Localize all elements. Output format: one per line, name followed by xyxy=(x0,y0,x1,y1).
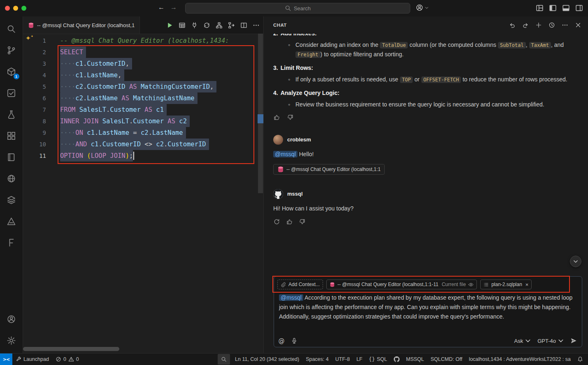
status-eol[interactable]: LF xyxy=(353,353,366,365)
activity-item-remote-explorer[interactable]: 1 xyxy=(2,61,21,82)
status-notifications[interactable] xyxy=(574,353,586,365)
minimize-window-button[interactable] xyxy=(13,6,18,11)
chevron-down-icon xyxy=(425,6,429,10)
maximize-window-button[interactable] xyxy=(21,6,26,11)
grid-layout-icon xyxy=(536,4,544,12)
forward-button[interactable]: → xyxy=(170,4,177,11)
chat-input-text[interactable]: @mssql According to the execution plan s… xyxy=(274,291,582,321)
unhelpful-button[interactable] xyxy=(287,114,294,121)
editor-vertical-scrollbar[interactable] xyxy=(258,34,263,346)
close-window-button[interactable] xyxy=(5,6,10,11)
new-chat-icon xyxy=(535,22,542,28)
toggle-panel-right-button[interactable] xyxy=(575,4,583,12)
model-label: GPT-4o xyxy=(537,338,556,344)
chat-undo-button[interactable] xyxy=(508,21,516,29)
code-editor[interactable]: 1 -- @mssql Chat Query Editor (localhost… xyxy=(23,34,258,346)
status-sqlcmd[interactable]: SQLCMD: Off xyxy=(428,353,466,365)
status-copilot[interactable] xyxy=(390,353,403,365)
activity-item-notebooks[interactable] xyxy=(2,146,21,168)
chat-more-button[interactable] xyxy=(561,21,569,29)
attachment-chip[interactable]: -- @mssql Chat Query Editor (localhost,1… xyxy=(273,164,385,175)
message-text: Hi! How can I assist you today? xyxy=(273,204,577,213)
command-center-search[interactable]: Search xyxy=(185,3,410,14)
activity-item-settings[interactable] xyxy=(2,330,21,351)
status-language-mode[interactable]: {}SQL xyxy=(366,353,390,365)
chat-thread[interactable]: 2. Add Indexes: ◦Consider adding an inde… xyxy=(264,34,588,269)
chat-new-chat-button[interactable] xyxy=(535,21,543,29)
activity-item-search[interactable] xyxy=(2,18,21,39)
activity-item-accounts[interactable] xyxy=(2,308,21,330)
activity-item-azure[interactable] xyxy=(2,210,21,232)
activity-item-extensions[interactable] xyxy=(2,125,21,146)
status-launchpad[interactable]: Launchpad xyxy=(12,353,52,365)
mention-context-button[interactable]: @ xyxy=(278,337,285,344)
context-chip-plan-context[interactable]: plan-2.sqlplan× xyxy=(480,280,532,289)
chat-close-button[interactable] xyxy=(574,21,582,29)
chat-input-toolbar: @ Ask GPT-4o xyxy=(278,337,577,344)
line-number: 5 xyxy=(23,81,60,92)
chip-label: plan-2.sqlplan xyxy=(491,282,522,287)
change-connection-button[interactable] xyxy=(201,20,212,31)
results-grid-button[interactable] xyxy=(177,20,188,31)
split-editor-button[interactable] xyxy=(238,20,249,31)
run-query-button[interactable] xyxy=(164,20,175,31)
chat-redo-button[interactable] xyxy=(521,21,530,29)
status-encoding[interactable]: UTF-8 xyxy=(332,353,353,365)
helpful-button[interactable] xyxy=(273,114,280,121)
scroll-to-bottom-button[interactable] xyxy=(570,256,581,267)
code-line: 10 ····AND c1.CustomerID <> c2.CustomerI… xyxy=(23,139,258,150)
search-icon xyxy=(7,24,16,34)
mention-chip[interactable]: @mssql xyxy=(279,294,303,301)
chat-mode-dropdown[interactable]: Ask xyxy=(514,337,532,344)
status-problems[interactable]: 00 xyxy=(52,353,82,365)
results-grid-icon xyxy=(179,22,186,29)
status-indentation[interactable]: Spaces: 4 xyxy=(302,353,332,365)
editor-horizontal-scrollbar[interactable] xyxy=(23,347,119,351)
activity-item-object-explorer[interactable] xyxy=(2,189,21,210)
status-mssql-provider[interactable]: MSSQL xyxy=(403,353,428,365)
helpful-button[interactable] xyxy=(286,218,293,225)
activity-item-source-control[interactable] xyxy=(2,39,21,61)
status-zoom[interactable] xyxy=(218,354,230,365)
tab-title: -- @mssql Chat Query Editor (localhost,1 xyxy=(37,22,135,28)
chat-input-container[interactable]: Add Context...-- @mssql Chat Query Edito… xyxy=(274,276,582,347)
estimated-plan-button[interactable] xyxy=(214,20,225,31)
voice-input-button[interactable] xyxy=(291,337,297,344)
activity-item-testing[interactable] xyxy=(2,82,21,104)
remove-chip-button[interactable]: × xyxy=(525,282,529,288)
status-connection[interactable]: localhost,1434 : AdventureWorksLT2022 : … xyxy=(465,353,574,365)
inline-code: SubTotal xyxy=(498,42,526,49)
message-actions xyxy=(273,218,577,225)
copilot-account-button[interactable] xyxy=(416,4,429,12)
launchpad-icon xyxy=(16,356,21,362)
more-icon xyxy=(562,22,568,28)
context-chip-add-context[interactable]: Add Context... xyxy=(277,280,323,289)
connect-button[interactable] xyxy=(189,20,200,31)
toggle-grid-layout-button[interactable] xyxy=(536,4,544,12)
context-chip-file-context[interactable]: -- @mssql Chat Query Editor (localhost,1… xyxy=(326,280,477,289)
sparkle-icon[interactable]: ✦✦ xyxy=(26,35,33,42)
activity-item-run-queries[interactable] xyxy=(2,104,21,125)
status-cursor-position[interactable]: Ln 11, Col 20 (342 selected) xyxy=(232,353,302,365)
copilot-icon xyxy=(394,356,400,362)
chat-history-button[interactable] xyxy=(548,21,556,29)
activity-item-database-projects[interactable] xyxy=(2,232,21,253)
toggle-panel-bottom-button[interactable] xyxy=(562,4,570,12)
send-button[interactable] xyxy=(570,337,577,344)
model-picker-dropdown[interactable]: GPT-4o xyxy=(537,337,564,344)
chat-header: CHAT xyxy=(264,16,588,34)
run-queries-icon xyxy=(7,110,16,119)
back-button[interactable]: ← xyxy=(158,4,165,11)
mention-chip[interactable]: @mssql xyxy=(273,151,297,157)
badge: 1 xyxy=(14,74,19,79)
list-title: Add Indexes: xyxy=(281,34,317,38)
status-remote[interactable]: >< xyxy=(0,353,12,365)
error-icon xyxy=(56,356,61,362)
more-actions-button[interactable] xyxy=(251,20,262,31)
toggle-panel-left-button[interactable] xyxy=(549,4,557,12)
retry-button[interactable] xyxy=(273,218,280,225)
editor-tab[interactable]: -- @mssql Chat Query Editor (localhost,1 xyxy=(23,16,140,34)
unhelpful-button[interactable] xyxy=(299,218,306,225)
actual-plan-button[interactable] xyxy=(226,20,237,31)
activity-item-github[interactable] xyxy=(2,168,21,189)
